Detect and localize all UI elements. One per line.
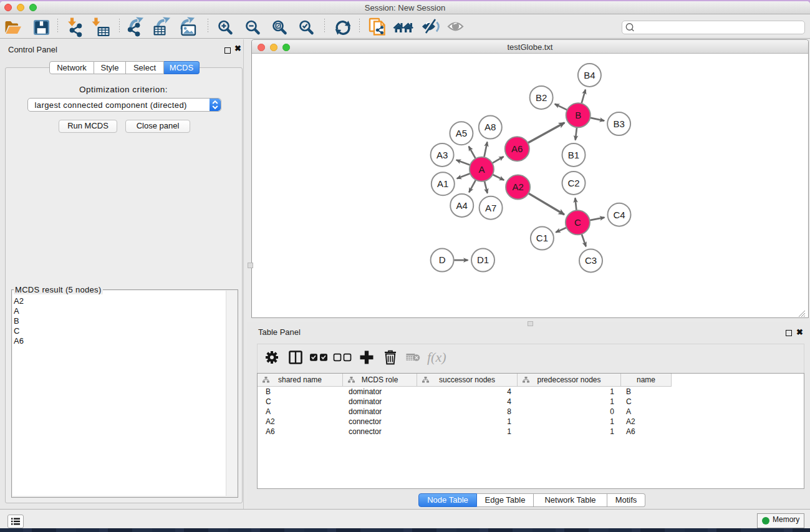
svg-text:A3: A3 [436, 150, 448, 160]
svg-text:A7: A7 [485, 203, 496, 213]
svg-text:B: B [575, 110, 581, 120]
svg-text:A2: A2 [512, 181, 523, 192]
svg-text:A5: A5 [456, 128, 467, 138]
svg-text:C1: C1 [536, 233, 548, 243]
svg-text:C4: C4 [613, 210, 625, 220]
svg-text:C2: C2 [567, 178, 579, 188]
svg-text:D: D [439, 254, 446, 265]
svg-text:A1: A1 [437, 178, 448, 189]
svg-text:A4: A4 [456, 200, 468, 211]
svg-text:f(x): f(x) [427, 349, 446, 365]
svg-text:A6: A6 [511, 143, 523, 154]
svg-text:B2: B2 [536, 92, 547, 103]
svg-text:A8: A8 [485, 122, 496, 132]
svg-text:B1: B1 [568, 150, 579, 160]
svg-text:B4: B4 [584, 70, 595, 80]
svg-text:B3: B3 [613, 118, 624, 129]
svg-text:C3: C3 [585, 255, 597, 266]
svg-text:C: C [574, 217, 581, 228]
svg-text:A: A [478, 164, 485, 175]
svg-text:D1: D1 [477, 254, 489, 265]
